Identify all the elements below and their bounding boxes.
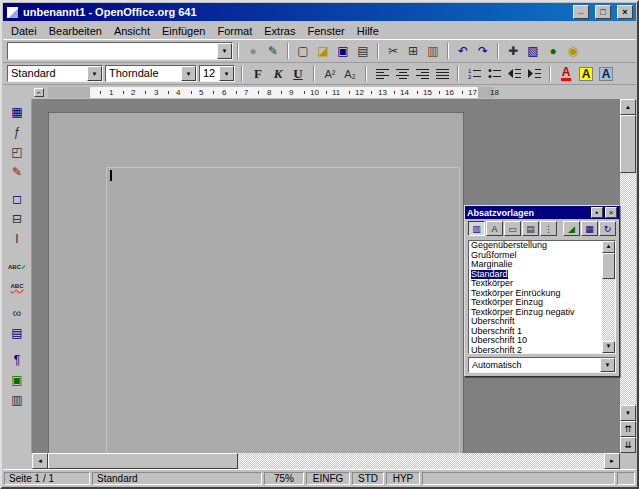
font-name-dropdown-button[interactable]: ▼ xyxy=(181,66,196,81)
scroll-down-button[interactable]: ▼ xyxy=(620,405,636,421)
align-right-button[interactable] xyxy=(413,64,431,84)
scroll-up-button[interactable]: ▲ xyxy=(620,99,636,115)
font-color-button[interactable]: A xyxy=(557,64,575,84)
character-styles-button[interactable]: A xyxy=(486,221,503,236)
style-filter-dropdown-button[interactable]: ▼ xyxy=(600,358,615,372)
style-list-item[interactable]: Überschrift 10 xyxy=(469,336,615,346)
previous-page-button[interactable]: ⇈ xyxy=(620,421,636,437)
style-list-item[interactable]: Überschrift 2 xyxy=(469,346,615,355)
status-selection-mode[interactable]: STD xyxy=(352,472,384,485)
style-filter-value[interactable]: Automatisch xyxy=(469,358,600,372)
horizontal-scrollbar[interactable]: ◄ ► xyxy=(32,453,620,469)
style-list-item[interactable]: Marginalie xyxy=(469,260,615,270)
style-list-item[interactable]: Textkörper xyxy=(469,279,615,289)
new-style-from-selection-button[interactable]: ▦ xyxy=(581,221,598,236)
auto-spellcheck-button[interactable]: ABC xyxy=(6,276,28,296)
document-page[interactable] xyxy=(48,112,464,453)
numbering-button[interactable]: 12 xyxy=(465,64,483,84)
style-list-scroll-up-button[interactable]: ▲ xyxy=(602,241,615,253)
stop-button[interactable]: ● xyxy=(243,41,263,61)
vertical-scrollbar-thumb[interactable] xyxy=(620,115,636,173)
redo-button[interactable]: ↷ xyxy=(473,41,493,61)
paragraph-style-dropdown-button[interactable]: ▼ xyxy=(87,66,102,81)
minimize-button[interactable]: _ xyxy=(573,5,589,19)
insert-field-button[interactable]: ƒ xyxy=(6,122,28,142)
style-list-scroll-down-button[interactable]: ▼ xyxy=(602,341,615,353)
navigator-button[interactable]: ✚ xyxy=(503,41,523,61)
increase-indent-button[interactable] xyxy=(525,64,543,84)
font-name-value[interactable]: Thorndale xyxy=(106,66,181,81)
spellcheck-button[interactable]: ABC✓ xyxy=(6,256,28,276)
style-list-item[interactable]: Textkörper Einrückung xyxy=(469,289,615,299)
graphics-onoff-button[interactable]: ▣ xyxy=(6,370,28,390)
menu-item-extras[interactable]: Extras xyxy=(258,23,301,39)
data-sources-button[interactable]: ▤ xyxy=(6,323,28,343)
menu-item-einfuegen[interactable]: Einfügen xyxy=(156,23,211,39)
numbering-styles-button[interactable]: ⋮ xyxy=(540,221,557,236)
new-document-button[interactable]: ▢ xyxy=(293,41,313,61)
menu-item-datei[interactable]: Datei xyxy=(5,23,43,39)
menu-item-bearbeiten[interactable]: Bearbeiten xyxy=(43,23,108,39)
italic-button[interactable]: K xyxy=(269,64,287,84)
subscript-button[interactable]: A₂ xyxy=(341,64,359,84)
style-list-scrollbar[interactable]: ▲ ▼ xyxy=(602,241,615,353)
menu-item-fenster[interactable]: Fenster xyxy=(301,23,350,39)
menu-item-hilfe[interactable]: Hilfe xyxy=(351,23,385,39)
url-input[interactable] xyxy=(8,43,217,59)
online-layout-button[interactable]: ▥ xyxy=(6,390,28,410)
vertical-scrollbar[interactable]: ▲ ▼ ⇈ ⇊ xyxy=(620,99,636,453)
paste-button[interactable]: ▥ xyxy=(423,41,443,61)
char-background-button[interactable]: A xyxy=(597,64,615,84)
copy-button[interactable]: ⊞ xyxy=(403,41,423,61)
status-page-style[interactable]: Standard xyxy=(92,472,262,485)
justify-button[interactable] xyxy=(433,64,451,84)
style-list-item[interactable]: Gegenüberstellung xyxy=(469,241,615,251)
save-document-button[interactable]: ▣ xyxy=(333,41,353,61)
font-size-dropdown-button[interactable]: ▼ xyxy=(219,66,234,81)
next-page-button[interactable]: ⇊ xyxy=(620,437,636,453)
stylist-close-button[interactable]: × xyxy=(605,207,617,218)
paragraph-styles-button[interactable]: ▥ xyxy=(468,221,485,236)
superscript-button[interactable]: A² xyxy=(321,64,339,84)
font-size-value[interactable]: 12 xyxy=(200,66,219,81)
style-list-item[interactable]: Überschrift 1 xyxy=(469,327,615,337)
insert-button[interactable]: ▦ xyxy=(6,102,28,122)
close-button[interactable]: × xyxy=(617,5,633,19)
autotext-button[interactable]: ⊟ xyxy=(6,209,28,229)
menu-item-ansicht[interactable]: Ansicht xyxy=(108,23,156,39)
cut-button[interactable]: ✂ xyxy=(383,41,403,61)
status-zoom[interactable]: 75% xyxy=(264,472,304,485)
stylist-title-bar[interactable]: Absatzvorlagen ▪ × xyxy=(465,206,619,219)
style-list-item[interactable]: Textkörper Einzug negativ xyxy=(469,308,615,318)
style-list-item[interactable]: Grußformel xyxy=(469,251,615,261)
menu-item-format[interactable]: Format xyxy=(211,23,258,39)
status-insert-mode[interactable]: EINFG xyxy=(306,472,350,485)
stylist-dock-button[interactable]: ▪ xyxy=(591,207,603,218)
align-center-button[interactable] xyxy=(393,64,411,84)
horizontal-ruler[interactable]: 1 2 3 4 5 6 7 8 9 10 11 12 13 14 15 16 1… xyxy=(32,86,620,99)
status-hyperlink-mode[interactable]: HYP xyxy=(386,472,420,485)
gallery-button[interactable]: ● xyxy=(543,41,563,61)
horizontal-scrollbar-thumb[interactable] xyxy=(48,453,238,469)
paragraph-style-value[interactable]: Standard xyxy=(8,66,87,81)
underline-button[interactable]: U xyxy=(289,64,307,84)
frame-styles-button[interactable]: ▭ xyxy=(504,221,521,236)
undo-button[interactable]: ↶ xyxy=(453,41,473,61)
style-list-item[interactable]: Textkörper Einzug xyxy=(469,298,615,308)
style-list[interactable]: Gegenüberstellung Grußformel Marginalie … xyxy=(468,240,616,354)
tab-type-selector[interactable]: ⌐ xyxy=(34,88,44,97)
url-dropdown-button[interactable]: ▼ xyxy=(217,43,232,59)
page-styles-button[interactable]: ▤ xyxy=(522,221,539,236)
stylist-button[interactable]: ▧ xyxy=(523,41,543,61)
form-functions-button[interactable]: ◻ xyxy=(6,189,28,209)
find-button[interactable]: ∞ xyxy=(6,303,28,323)
direct-cursor-button[interactable]: I xyxy=(6,229,28,249)
bold-button[interactable]: F xyxy=(249,64,267,84)
update-style-button[interactable]: ↻ xyxy=(599,221,616,236)
bullets-button[interactable] xyxy=(485,64,503,84)
style-list-scrollbar-thumb[interactable] xyxy=(602,253,615,279)
style-list-item-selected[interactable]: Standard xyxy=(469,270,615,280)
style-list-item[interactable]: Überschrift xyxy=(469,317,615,327)
highlighting-button[interactable]: A xyxy=(577,64,595,84)
nonprinting-chars-button[interactable]: ¶ xyxy=(6,350,28,370)
